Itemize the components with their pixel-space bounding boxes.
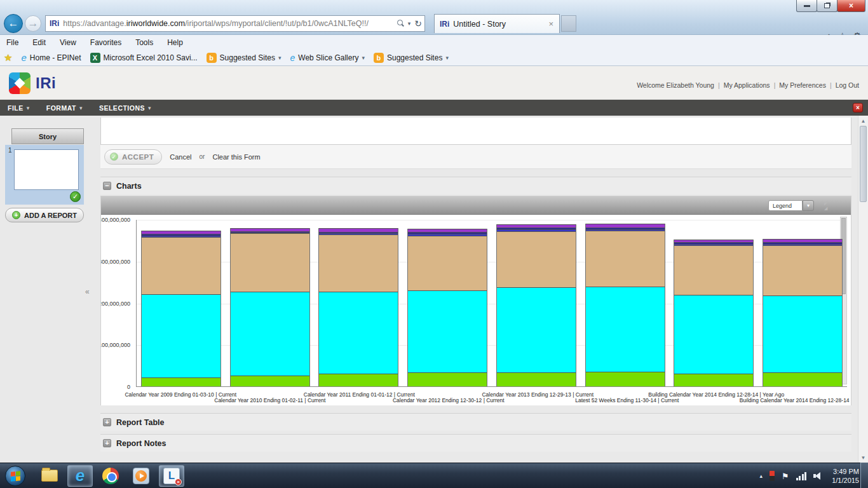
check-glyph: ✓	[111, 154, 116, 160]
network-icon[interactable]	[796, 472, 807, 480]
new-tab-button[interactable]	[561, 15, 576, 32]
chevron-down-icon: ▾	[445, 55, 449, 61]
menu-file[interactable]: FILE▾	[8, 104, 30, 112]
start-button[interactable]	[5, 466, 25, 486]
menu-item-favorites[interactable]: Favorites	[90, 38, 121, 47]
minimize-button[interactable]	[796, 0, 817, 12]
section-charts[interactable]: − Charts	[100, 177, 851, 194]
segment-green	[674, 374, 753, 386]
menu-selections[interactable]: SELECTIONS▾	[99, 104, 151, 112]
url-text: https://advantage.iriworldwide.com/iripo…	[63, 19, 396, 28]
taskbar-media-player-button[interactable]	[128, 465, 154, 487]
favorite-item-2[interactable]: bSuggested Sites▾	[207, 53, 281, 63]
folder-icon	[41, 470, 58, 482]
system-tray: ▴ ⚑ 3:49 PM 1/1/2015	[759, 463, 859, 488]
expand-section-icon[interactable]: +	[103, 439, 111, 447]
plus-glyph: +	[15, 212, 18, 219]
sidebar: Story 1 ✓ + ADD A REPORT	[5, 128, 84, 222]
refresh-icon[interactable]: ↻	[414, 18, 422, 29]
section-report-table[interactable]: + Report Table	[100, 413, 851, 431]
my-applications-link[interactable]: My Applications	[724, 81, 770, 89]
taskbar-chrome-button[interactable]	[98, 465, 123, 487]
segment-tan	[319, 234, 398, 292]
tab-title: Untitled - Story	[453, 20, 546, 29]
favorite-item-3[interactable]: eWeb Slice Gallery▾	[290, 53, 365, 63]
legend-dropdown[interactable]: Legend	[768, 200, 803, 211]
minus-glyph: −	[105, 182, 109, 189]
menu-item-edit[interactable]: Edit	[32, 38, 46, 47]
separator: |	[830, 81, 832, 89]
stacked-bar-5[interactable]	[496, 224, 576, 386]
expand-section-icon[interactable]: +	[103, 418, 111, 426]
tab-close-icon[interactable]: ×	[546, 19, 555, 29]
url-prefix: https://advantage.	[63, 19, 126, 28]
section-report-notes[interactable]: + Report Notes	[100, 434, 851, 452]
add-report-label: ADD A REPORT	[24, 212, 77, 219]
add-report-button[interactable]: + ADD A REPORT	[5, 208, 84, 222]
stacked-bar-3[interactable]	[318, 228, 398, 386]
close-report-button[interactable]: ×	[853, 103, 863, 112]
browser-titlebar: × ← → IRi https://advantage.iriworldwide…	[0, 0, 868, 35]
log-out-link[interactable]: Log Out	[836, 81, 859, 89]
favorites-items: eHome - EPINetXMicrosoft Excel 2010 Savi…	[21, 52, 448, 63]
accept-button[interactable]: ✓ ACCEPT	[104, 149, 162, 165]
show-desktop-button[interactable]	[860, 463, 868, 488]
url-path: /iriportal/wps/myportal/client/!ut/p/b1/…	[185, 19, 369, 28]
taskbar-explorer-button[interactable]	[37, 465, 62, 487]
close-icon: ×	[849, 1, 853, 10]
stacked-bar-1[interactable]	[141, 231, 221, 386]
collapse-section-icon[interactable]: −	[103, 182, 111, 190]
taskbar-app-button[interactable]: L×	[159, 465, 184, 487]
favorite-item-0[interactable]: eHome - EPINet	[21, 52, 81, 63]
back-button[interactable]: ←	[4, 14, 23, 33]
back-icon: ←	[8, 17, 19, 30]
url-domain: iriworldwide.com	[126, 19, 185, 28]
menu-item-tools[interactable]: Tools	[135, 38, 153, 47]
search-icon[interactable]	[397, 20, 404, 27]
welcome-text: Welcome Elizabeth Young	[637, 81, 714, 89]
clock[interactable]: 3:49 PM 1/1/2015	[832, 467, 859, 485]
page-scrollbar[interactable]: ▲ ▼	[858, 116, 868, 463]
restore-button[interactable]	[817, 0, 837, 12]
forward-button[interactable]: →	[25, 15, 41, 32]
legend-dropdown-button[interactable]: ▾	[803, 200, 814, 211]
y-tick-label: 0	[127, 384, 130, 390]
window-controls: ×	[797, 0, 865, 12]
browser-navrow: ← → IRi https://advantage.iriworldwide.c…	[0, 13, 868, 34]
favorite-item-1[interactable]: XMicrosoft Excel 2010 Savi...	[90, 53, 198, 63]
menu-item-help[interactable]: Help	[167, 38, 183, 47]
stacked-bar-4[interactable]	[407, 229, 487, 386]
taskbar-ie-button[interactable]: e	[67, 465, 93, 487]
stacked-bar-2[interactable]	[230, 228, 310, 386]
scroll-down-icon[interactable]: ▼	[858, 452, 868, 463]
tray-app-icon[interactable]	[770, 471, 775, 481]
clear-form-link[interactable]: Clear this Form	[212, 153, 260, 161]
address-bar[interactable]: IRi https://advantage.iriworldwide.com/i…	[45, 15, 425, 32]
page-scrollbar-thumb[interactable]	[860, 126, 867, 202]
menu-item-view[interactable]: View	[60, 38, 76, 47]
my-preferences-link[interactable]: My Preferences	[779, 81, 826, 89]
menu-format[interactable]: FORMAT▾	[46, 104, 83, 112]
sidebar-collapse-icon[interactable]: «	[85, 287, 90, 296]
tab-story[interactable]: Story	[11, 128, 84, 144]
stacked-bar-6[interactable]	[585, 224, 665, 386]
maximize-chart-icon[interactable]: ◤ ◢	[824, 201, 833, 210]
report-thumbnail[interactable]	[14, 149, 79, 190]
volume-icon[interactable]	[813, 471, 822, 480]
scroll-up-icon[interactable]: ▲	[858, 116, 868, 126]
favorite-item-4[interactable]: bSuggested Sites▾	[374, 53, 449, 63]
search-dropdown-icon[interactable]: ▾	[408, 20, 411, 27]
iri-logo[interactable]: IRi	[9, 72, 56, 94]
tray-expand-icon[interactable]: ▴	[759, 473, 763, 479]
close-window-button[interactable]: ×	[837, 0, 865, 12]
menu-item-file[interactable]: File	[6, 38, 18, 47]
segment-tan	[408, 236, 487, 290]
action-center-flag-icon[interactable]: ⚑	[782, 471, 789, 481]
cancel-link[interactable]: Cancel	[170, 153, 191, 161]
browser-tab[interactable]: IRi Untitled - Story ×	[434, 14, 560, 33]
stacked-bar-7[interactable]	[674, 240, 754, 386]
chart-toolbar: Legend ▾ ◤ ◢	[101, 196, 851, 215]
stacked-bar-8[interactable]	[763, 239, 843, 386]
chevron-down-icon: ▾	[278, 55, 281, 61]
add-favorite-icon[interactable]: ★	[4, 52, 12, 64]
